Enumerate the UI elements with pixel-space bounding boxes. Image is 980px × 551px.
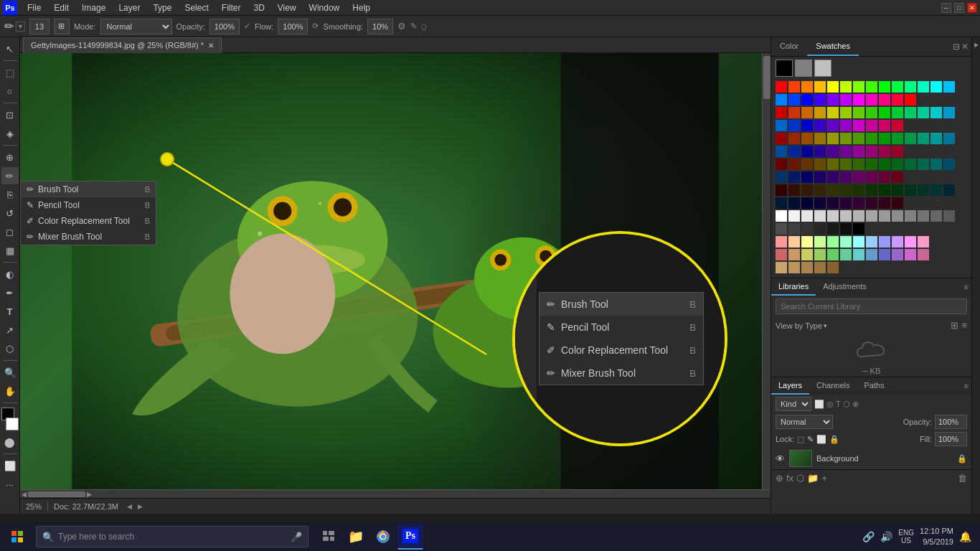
swatch-3-12[interactable] — [930, 159, 942, 170]
swatch-4-11[interactable] — [918, 184, 929, 196]
view-by-type-label[interactable]: View by Type — [776, 321, 822, 330]
swatch-3-13[interactable] — [943, 159, 955, 170]
swatch-5-12[interactable] — [930, 210, 942, 222]
swatch-2-6[interactable] — [853, 133, 864, 144]
swatch-4-13[interactable] — [943, 184, 955, 196]
swatch-7-6[interactable] — [853, 249, 864, 260]
lib-sort-icon[interactable]: ≡ — [964, 283, 969, 291]
swatch-2-9[interactable] — [892, 133, 903, 144]
shape-tool[interactable]: ⬡ — [1, 340, 19, 357]
swatch-7-10[interactable] — [905, 249, 916, 260]
lock-pixels-icon[interactable]: ⬚ — [797, 435, 804, 444]
menu-edit[interactable]: Edit — [48, 1, 75, 14]
swatch-4-23[interactable] — [892, 197, 903, 209]
move-tool[interactable]: ↖ — [1, 40, 19, 57]
volume-icon[interactable]: 🔊 — [880, 531, 892, 542]
swatch-0-10[interactable] — [905, 81, 916, 93]
panel-settings-icon[interactable]: ⊟ — [953, 42, 960, 52]
filter-smart-icon[interactable]: ⊕ — [852, 400, 859, 409]
swatch-1-21[interactable] — [866, 120, 877, 131]
swatch-5-18[interactable] — [827, 223, 839, 235]
swatch-5-14[interactable] — [776, 223, 787, 235]
swatch-6-10[interactable] — [905, 236, 916, 248]
zoom-ctx-pencil[interactable]: ✎ Pencil Tool B — [540, 316, 703, 339]
lock-position-icon[interactable]: ✎ — [807, 435, 814, 444]
tab-libraries[interactable]: Libraries — [771, 278, 816, 296]
swatch-silver[interactable] — [814, 60, 831, 77]
new-group-icon[interactable]: 📁 — [807, 473, 819, 484]
zoom-ctx-mixer[interactable]: ✏ Mixer Brush Tool B — [540, 362, 703, 385]
delete-layer-icon[interactable]: 🗑 — [958, 473, 967, 484]
swatch-4-22[interactable] — [879, 197, 890, 209]
swatch-1-8[interactable] — [879, 107, 890, 118]
list-view-icon[interactable]: ≡ — [961, 320, 967, 331]
swatch-5-11[interactable] — [918, 210, 929, 222]
swatch-6-2[interactable] — [801, 236, 813, 248]
swatch-3-8[interactable] — [879, 159, 890, 170]
smoothing-value[interactable]: 10% — [367, 19, 393, 34]
swatch-1-6[interactable] — [853, 107, 864, 118]
swatch-1-19[interactable] — [840, 120, 852, 131]
swatch-0-0[interactable] — [776, 81, 787, 93]
scroll-left-btn[interactable]: ◀ — [22, 491, 27, 498]
swatch-8-2[interactable] — [801, 262, 813, 273]
swatch-3-15[interactable] — [788, 171, 800, 183]
swatch-0-1[interactable] — [788, 81, 800, 93]
swatch-2-16[interactable] — [801, 146, 813, 157]
swatch-2-21[interactable] — [866, 146, 877, 157]
swatch-2-19[interactable] — [840, 146, 852, 157]
swatch-2-17[interactable] — [814, 146, 826, 157]
swatch-5-8[interactable] — [879, 210, 890, 222]
swatch-4-4[interactable] — [827, 184, 839, 196]
swatch-0-23[interactable] — [892, 94, 903, 105]
swatch-0-4[interactable] — [827, 81, 839, 93]
filter-pixel-icon[interactable]: ⬜ — [814, 400, 824, 409]
new-layer-icon[interactable]: + — [821, 473, 827, 484]
swatch-6-5[interactable] — [840, 236, 852, 248]
add-mask-icon[interactable]: ⬡ — [796, 473, 804, 484]
swatch-2-10[interactable] — [905, 133, 916, 144]
brush-picker-btn[interactable]: ⊞ — [54, 19, 70, 34]
start-button[interactable] — [3, 522, 32, 551]
swatch-4-0[interactable] — [776, 184, 787, 196]
swatch-5-15[interactable] — [788, 223, 800, 235]
screen-mode-btn[interactable]: ⬜ — [1, 457, 19, 474]
menu-filter[interactable]: Filter — [216, 1, 247, 14]
swatch-3-11[interactable] — [918, 159, 929, 170]
tab-close-btn[interactable]: ✕ — [208, 42, 214, 50]
smoothing-settings-btn[interactable]: ⚙ — [397, 21, 406, 32]
swatch-3-14[interactable] — [776, 171, 787, 183]
swatch-3-19[interactable] — [840, 171, 852, 183]
menu-help[interactable]: Help — [347, 1, 376, 14]
swatch-3-9[interactable] — [892, 159, 903, 170]
swatch-7-7[interactable] — [866, 249, 877, 260]
lasso-tool[interactable]: ○ — [1, 83, 19, 100]
lock-artboard-icon[interactable]: ⬜ — [816, 435, 826, 444]
swatch-3-23[interactable] — [892, 171, 903, 183]
background-layer-row[interactable]: 👁 Background 🔒 — [771, 448, 971, 469]
swatch-1-9[interactable] — [892, 107, 903, 118]
menu-type[interactable]: Type — [147, 1, 177, 14]
swatch-4-7[interactable] — [866, 184, 877, 196]
canvas-wrapper[interactable]: ↖ ✏ ✏ ✏ Brush Tool B ✎ — [20, 53, 771, 489]
notification-icon[interactable]: 🔔 — [959, 531, 971, 542]
swatch-4-21[interactable] — [866, 197, 877, 209]
mode-select[interactable]: Normal — [100, 19, 172, 34]
extra-tools-btn[interactable]: ··· — [1, 476, 19, 493]
swatch-4-14[interactable] — [776, 197, 787, 209]
swatch-3-0[interactable] — [776, 159, 787, 170]
swatch-3-17[interactable] — [814, 171, 826, 183]
swatch-7-3[interactable] — [814, 249, 826, 260]
swatch-4-19[interactable] — [840, 197, 852, 209]
grid-view-icon[interactable]: ⊞ — [951, 320, 958, 331]
menu-image[interactable]: Image — [76, 1, 111, 14]
scroll-right-btn[interactable]: ▶ — [87, 491, 92, 498]
swatch-1-20[interactable] — [853, 120, 864, 131]
swatch-8-3[interactable] — [814, 262, 826, 273]
tab-swatches[interactable]: Swatches — [807, 37, 859, 56]
layers-sort-icon[interactable]: ≡ — [964, 382, 969, 390]
taskview-button[interactable] — [316, 524, 341, 550]
swatch-7-8[interactable] — [879, 249, 890, 260]
lock-all-icon[interactable]: 🔒 — [829, 435, 839, 444]
swatch-gray[interactable] — [795, 60, 812, 77]
